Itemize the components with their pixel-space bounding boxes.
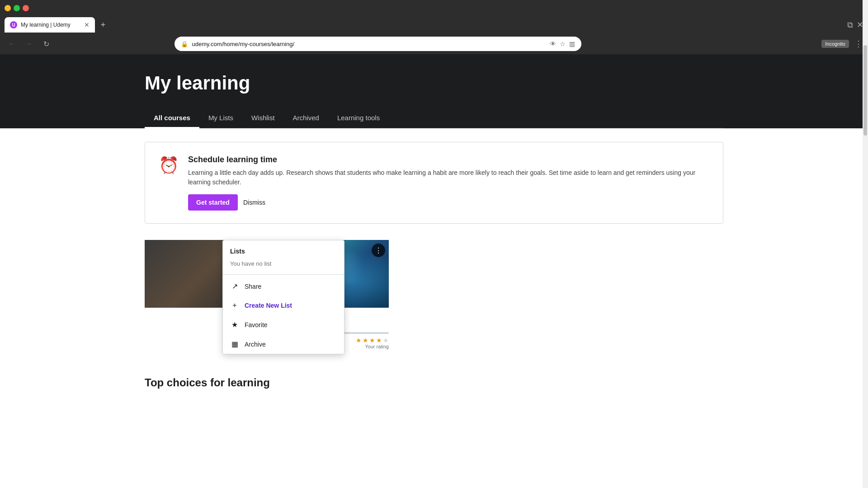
favorite-label: Favorite — [245, 321, 268, 328]
star-3: ★ — [369, 337, 375, 344]
restore-button[interactable]: ⧉ — [847, 20, 853, 30]
active-tab[interactable]: U My learning | Udemy ✕ — [5, 17, 95, 33]
banner-content: Schedule learning time Learning a little… — [188, 155, 709, 211]
tab-my-lists[interactable]: My Lists — [199, 108, 242, 128]
address-icons: 👁 ☆ ▥ — [550, 40, 575, 47]
forward-button[interactable]: → — [23, 38, 35, 50]
page-wrapper: My learning All courses My Lists Wishlis… — [0, 54, 868, 488]
content-area: ⏰ Schedule learning time Learning a litt… — [118, 128, 750, 367]
scrollbar[interactable] — [863, 0, 868, 488]
dropdown-item-create-list[interactable]: + Create New List — [223, 296, 344, 315]
banner-actions: Get started Dismiss — [188, 194, 709, 211]
banner-title: Schedule learning time — [188, 155, 709, 164]
refresh-button[interactable]: ↻ — [40, 38, 52, 50]
incognito-badge[interactable]: Incognito — [821, 40, 849, 48]
dropdown-divider-1 — [223, 274, 344, 275]
minimize-button[interactable]: – — [5, 5, 11, 11]
url-display: udemy.com/home/my-courses/learning/ — [192, 41, 294, 47]
star-icon: ★ — [230, 320, 239, 329]
clock-icon: ⏰ — [159, 156, 179, 175]
create-list-label: Create New List — [245, 302, 292, 309]
rating-label-2: Your rating — [356, 344, 389, 349]
dropdown-item-favorite[interactable]: ★ Favorite — [223, 315, 344, 334]
tab-title: My learning | Udemy — [21, 22, 80, 28]
browser-titlebar: – □ ✕ — [0, 0, 868, 16]
plus-icon: + — [230, 301, 239, 310]
star-5: ★ — [383, 337, 389, 344]
card-dropdown-menu: Lists You have no list ↗ Share + Create … — [222, 240, 344, 354]
share-label: Share — [245, 283, 261, 290]
browser-chrome: – □ ✕ U My learning | Udemy ✕ + ⧉ ✕ ← → … — [0, 0, 868, 54]
star-4: ★ — [376, 337, 382, 344]
course-card-1: ⋮ Lists You have no list ↗ Share + Creat… — [145, 240, 262, 354]
scrollbar-thumb[interactable] — [863, 45, 867, 136]
archive-icon: ▦ — [230, 340, 239, 348]
address-bar[interactable]: 🔒 udemy.com/home/my-courses/learning/ 👁 … — [175, 37, 581, 51]
right-toolbar: Incognito ⋮ — [821, 39, 863, 49]
maximize-button[interactable]: □ — [14, 5, 20, 11]
bottom-section: Top choices for learning — [118, 367, 750, 398]
lock-icon: 🔒 — [181, 41, 188, 47]
schedule-banner: ⏰ Schedule learning time Learning a litt… — [145, 142, 723, 224]
close-button[interactable]: ✕ — [23, 5, 29, 11]
tab-favicon: U — [10, 21, 17, 28]
get-started-button[interactable]: Get started — [188, 194, 238, 211]
page-title: My learning — [145, 72, 723, 94]
star-1: ★ — [356, 337, 362, 344]
card-menu-button-2[interactable]: ⋮ — [372, 244, 385, 257]
tab-all-courses[interactable]: All courses — [145, 108, 199, 128]
tab-archived[interactable]: Archived — [284, 108, 328, 128]
new-tab-button[interactable]: + — [97, 19, 109, 31]
sidebar-icon[interactable]: ▥ — [569, 40, 575, 47]
star-2: ★ — [363, 337, 368, 344]
back-button[interactable]: ← — [5, 38, 18, 50]
archive-label: Archive — [245, 341, 266, 348]
dropdown-empty-text: You have no list — [223, 258, 344, 272]
share-icon: ↗ — [230, 282, 239, 291]
tab-learning-tools[interactable]: Learning tools — [328, 108, 389, 128]
banner-description: Learning a little each day adds up. Rese… — [188, 168, 709, 187]
dropdown-section-title: Lists — [223, 240, 344, 258]
more-menu-button[interactable]: ⋮ — [854, 39, 863, 49]
dropdown-item-archive[interactable]: ▦ Archive — [223, 334, 344, 354]
eye-off-icon[interactable]: 👁 — [550, 40, 556, 47]
tabs-row: All courses My Lists Wishlist Archived L… — [145, 108, 723, 128]
bookmark-icon[interactable]: ☆ — [560, 40, 566, 47]
dismiss-button[interactable]: Dismiss — [243, 199, 265, 206]
bottom-title: Top choices for learning — [145, 376, 723, 389]
browser-tab-bar: U My learning | Udemy ✕ + ⧉ ✕ — [0, 16, 868, 33]
star-rating-2[interactable]: ★ ★ ★ ★ ★ — [356, 337, 389, 344]
page-header: My learning All courses My Lists Wishlis… — [0, 54, 868, 128]
courses-grid: ⋮ Lists You have no list ↗ Share + Creat… — [145, 240, 723, 354]
tab-close-button[interactable]: ✕ — [84, 21, 90, 28]
browser-addressbar: ← → ↻ 🔒 udemy.com/home/my-courses/learni… — [0, 33, 868, 54]
tab-wishlist[interactable]: Wishlist — [242, 108, 284, 128]
dropdown-item-share[interactable]: ↗ Share — [223, 277, 344, 296]
